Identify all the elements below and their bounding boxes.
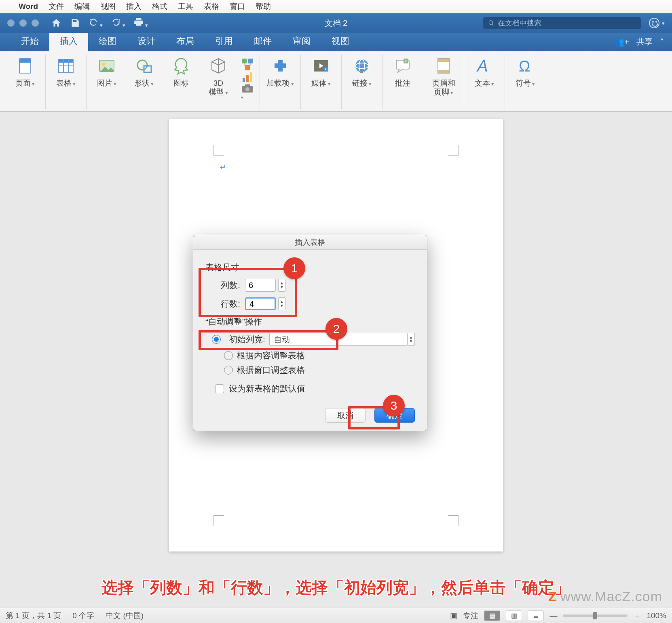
zoom-out-icon[interactable]: —	[549, 611, 557, 620]
ribbon-comment[interactable]: 批注	[388, 56, 417, 88]
cube-icon	[209, 56, 228, 76]
option-initial-width[interactable]: 初始列宽: 自动 ▲▼	[212, 333, 415, 346]
default-checkbox-label: 设为新表格的默认值	[229, 383, 305, 394]
default-checkbox[interactable]	[215, 384, 224, 393]
zoom-slider[interactable]	[563, 615, 628, 617]
initial-width-select[interactable]: 自动	[269, 333, 408, 346]
document-title: 文档 2	[325, 18, 348, 29]
tab-design[interactable]: 设计	[127, 32, 166, 51]
view-print-layout-icon[interactable]: ▤	[484, 610, 500, 621]
svg-point-18	[245, 87, 249, 91]
ribbon-3dmodel[interactable]: 3D 模型	[204, 56, 233, 97]
menu-help[interactable]: 帮助	[256, 1, 271, 12]
ribbon-icons[interactable]: 图标	[167, 56, 196, 88]
radio-initial-width[interactable]	[212, 335, 221, 344]
svg-text:A: A	[476, 57, 488, 75]
ribbon-comment-label: 批注	[395, 79, 410, 88]
ribbon-3dmodel-label: 3D 模型	[209, 79, 228, 97]
menu-file[interactable]: 文件	[49, 1, 64, 12]
section-table-size: 表格尺寸	[205, 262, 415, 273]
tab-references[interactable]: 引用	[205, 32, 243, 51]
ribbon-table-label: 表格	[56, 79, 76, 88]
menu-view[interactable]: 视图	[100, 1, 116, 12]
redo-icon[interactable]	[111, 17, 125, 30]
media-icon	[311, 56, 331, 76]
menu-edit[interactable]: 编辑	[74, 1, 90, 12]
zoom-level[interactable]: 100%	[647, 611, 666, 620]
ribbon-page[interactable]: 页面	[11, 56, 40, 88]
search-input[interactable]: 在文档中搜索	[483, 17, 641, 29]
status-wordcount[interactable]: 0 个字	[72, 610, 94, 621]
status-language[interactable]: 中文 (中国)	[106, 610, 144, 621]
menubar-appname[interactable]: Word	[19, 2, 38, 11]
collapse-ribbon-icon[interactable]: ˄	[660, 37, 664, 47]
tab-view[interactable]: 视图	[321, 32, 360, 51]
cancel-button[interactable]: 取消	[325, 408, 366, 423]
ribbon-media[interactable]: 媒体	[306, 56, 336, 88]
ribbon-link-label: 链接	[352, 79, 372, 88]
menu-tools[interactable]: 工具	[178, 1, 193, 12]
ribbon-text[interactable]: A 文本	[470, 56, 499, 88]
menu-insert[interactable]: 插入	[126, 1, 142, 12]
menu-table[interactable]: 表格	[204, 1, 219, 12]
undo-icon[interactable]	[88, 17, 103, 30]
svg-rect-28	[438, 59, 449, 62]
tab-insert[interactable]: 插入	[49, 32, 88, 51]
ribbon-picture[interactable]: 图片	[92, 56, 121, 88]
tab-home[interactable]: 开始	[11, 32, 49, 51]
ok-button[interactable]: 确定	[374, 408, 415, 423]
status-page[interactable]: 第 1 页，共 1 页	[6, 610, 61, 621]
chart-icon[interactable]	[241, 71, 254, 84]
default-checkbox-row[interactable]: 设为新表格的默认值	[215, 383, 415, 394]
print-icon[interactable]	[133, 17, 148, 30]
menu-format[interactable]: 格式	[152, 1, 167, 12]
svg-text:Ω: Ω	[519, 58, 530, 75]
title-toolbar: 文档 2 在文档中搜索 ▾	[0, 13, 672, 33]
feedback-icon[interactable]	[649, 18, 659, 28]
traffic-min[interactable]	[19, 19, 27, 27]
smartart-icon[interactable]	[241, 58, 254, 71]
home-icon[interactable]	[51, 18, 61, 28]
ribbon-symbol[interactable]: Ω 符号	[511, 56, 540, 88]
columns-label: 列数:	[216, 280, 240, 291]
traffic-close[interactable]	[7, 19, 15, 27]
screenshot-icon[interactable]: ▾	[241, 84, 254, 101]
tab-draw[interactable]: 绘图	[88, 32, 127, 51]
ribbon-picture-label: 图片	[97, 79, 117, 88]
zoom-in-icon[interactable]: ＋	[633, 610, 641, 621]
share-label[interactable]: 共享	[636, 36, 653, 47]
ribbon-shapes[interactable]: 形状	[129, 56, 158, 88]
radio-fit-content[interactable]	[224, 351, 233, 360]
columns-stepper[interactable]: ▲▼	[278, 279, 285, 292]
traffic-zoom[interactable]	[32, 19, 39, 27]
ribbon-header-footer[interactable]: 页眉和 页脚	[429, 56, 458, 97]
tutorial-caption: 选择「列数」和「行数」，选择「初始列宽」，然后单击「确定」	[101, 577, 571, 599]
ribbon-link[interactable]: 链接	[347, 56, 376, 88]
rows-stepper[interactable]: ▲▼	[278, 297, 285, 310]
option-fit-window[interactable]: 根据窗口调整表格	[224, 364, 415, 376]
tab-layout[interactable]: 布局	[166, 32, 205, 51]
tab-mail[interactable]: 邮件	[243, 32, 282, 51]
ribbon-page-label: 页面	[15, 79, 35, 88]
margin-mark-br	[448, 515, 459, 526]
view-web-layout-icon[interactable]: ▥	[506, 610, 522, 621]
view-outline-icon[interactable]: ≣	[528, 610, 544, 621]
menu-window[interactable]: 窗口	[230, 1, 245, 12]
radio-fit-window[interactable]	[224, 366, 233, 375]
document-area[interactable]: ↵ 插入表格 表格尺寸 列数: ▲▼ 行数: ▲▼ “自动调整”操作	[0, 112, 672, 608]
save-icon[interactable]	[70, 18, 80, 28]
focus-mode-label[interactable]: 专注	[463, 610, 478, 621]
columns-input[interactable]	[245, 279, 276, 292]
ribbon-table[interactable]: 表格	[51, 56, 80, 88]
ribbon-header-footer-label: 页眉和 页脚	[432, 79, 455, 97]
initial-width-stepper[interactable]: ▲▼	[408, 333, 415, 346]
ribbon-symbol-label: 符号	[516, 79, 535, 88]
ribbon-addins[interactable]: 加载项	[266, 56, 295, 88]
focus-mode-icon[interactable]: ▣	[450, 611, 457, 620]
section-autofit: “自动调整”操作	[205, 316, 415, 327]
tab-review[interactable]: 审阅	[282, 32, 321, 51]
margin-mark-bl	[213, 515, 224, 526]
rows-input[interactable]	[245, 297, 276, 310]
share-icon[interactable]: 👥+	[614, 37, 629, 47]
option-fit-content[interactable]: 根据内容调整表格	[224, 350, 415, 361]
